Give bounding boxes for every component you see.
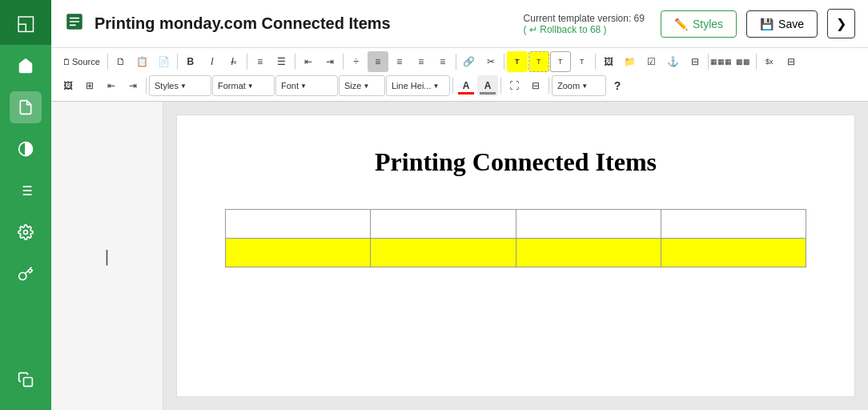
tb-image-row2[interactable]: 🖼: [58, 75, 78, 96]
tb-barcode[interactable]: ▦▦▦: [711, 51, 732, 72]
tb-anchor[interactable]: ⚓: [663, 51, 684, 72]
sidebar-logo: ◱: [0, 0, 51, 45]
editor-content[interactable]: Printing Connected Items: [176, 115, 855, 397]
table-cell: [516, 210, 661, 239]
sidebar-item-home[interactable]: [10, 50, 42, 82]
version-info: Current template version: 69 ( ↵ Rollbac…: [524, 13, 645, 35]
zoom-caret: ▼: [581, 82, 588, 90]
styles-caret: ▼: [180, 82, 187, 90]
rollback-link[interactable]: ( ↵ Rollback to 68 ): [524, 24, 607, 35]
sidebar-item-contrast[interactable]: [10, 133, 42, 165]
tb-italic-x[interactable]: Ix: [223, 51, 244, 72]
sidebar-item-copy[interactable]: [10, 364, 42, 396]
tb-align-right-row2[interactable]: ⇥: [123, 75, 143, 96]
toolbar: 🗒 Source 🗋 📋 📄 B I Ix ≡ ☰ ⇤ ⇥ ÷ ≡ ≡ ≡ ≡ …: [51, 48, 868, 102]
toolbar-separator-2: [177, 54, 178, 70]
table-row: [226, 239, 806, 267]
tb-bold[interactable]: B: [180, 51, 201, 72]
size-caret: ▼: [363, 82, 369, 90]
logo-icon: ◱: [16, 10, 36, 35]
tb-field[interactable]: $x: [759, 51, 780, 72]
tb-block[interactable]: ⊟: [685, 51, 705, 72]
tb-more[interactable]: ⊟: [781, 51, 802, 72]
document-table: [225, 209, 806, 267]
tb-align-center[interactable]: ≡: [389, 51, 410, 72]
toolbar-separator-r2-3: [500, 78, 501, 94]
table-row: [226, 210, 806, 239]
toolbar-separator-4: [295, 54, 295, 70]
tb-text-yellow[interactable]: T: [507, 51, 528, 72]
tb-help[interactable]: ?: [607, 75, 628, 96]
more-button[interactable]: ❯: [827, 9, 855, 38]
table-cell: [371, 210, 516, 239]
lineheight-dropdown[interactable]: Line Hei... ▼: [386, 75, 450, 96]
tb-unordered-list[interactable]: ☰: [271, 51, 292, 72]
tb-copy[interactable]: 📋: [132, 51, 153, 72]
tb-justify[interactable]: ≡: [432, 51, 453, 72]
tb-ordered-list[interactable]: ≡: [250, 51, 271, 72]
tb-outdent[interactable]: ⇤: [298, 51, 319, 72]
sidebar-bottom: [10, 359, 42, 400]
tb-flash[interactable]: 📁: [620, 51, 641, 72]
toolbar-separator-3: [247, 54, 247, 70]
tb-paste[interactable]: 📄: [154, 51, 175, 72]
tb-table[interactable]: ⊞: [79, 75, 100, 96]
tb-div[interactable]: ÷: [346, 51, 367, 72]
editor-area: | Printing Connected Items: [51, 102, 868, 410]
tb-image[interactable]: 🖼: [598, 51, 619, 72]
tb-checkbox[interactable]: ☑: [641, 51, 662, 72]
toolbar-row-1: 🗒 Source 🗋 📋 📄 B I Ix ≡ ☰ ⇤ ⇥ ÷ ≡ ≡ ≡ ≡ …: [58, 51, 802, 72]
toolbar-separator-9: [708, 54, 709, 70]
editor-left-panel[interactable]: |: [51, 102, 163, 410]
svg-point-7: [24, 231, 28, 235]
toolbar-separator-5: [343, 54, 344, 70]
toolbar-separator-10: [756, 54, 757, 70]
tb-align-left-row2[interactable]: ⇤: [101, 75, 122, 96]
table-cell-yellow: [661, 239, 806, 267]
sidebar-item-list[interactable]: [10, 175, 42, 207]
styles-button[interactable]: ✏️ Styles: [661, 10, 737, 38]
tb-fullscreen[interactable]: ⛶: [504, 75, 524, 96]
sidebar-item-document[interactable]: [10, 91, 42, 123]
toolbar-row-2: 🖼 ⊞ ⇤ ⇥ Styles ▼ Format ▼ Font ▼ Size ▼: [58, 74, 628, 98]
format-caret: ▼: [247, 82, 254, 90]
bg-color-bar: [480, 92, 496, 94]
save-button[interactable]: 💾 Save: [746, 10, 818, 38]
styles-dropdown[interactable]: Styles ▼: [149, 75, 211, 96]
document-title: Printing Connected Items: [225, 147, 806, 177]
tb-bg-color[interactable]: A: [477, 75, 498, 96]
tb-font-color[interactable]: A: [456, 75, 476, 96]
tb-link[interactable]: 🔗: [459, 51, 480, 72]
table-cell: [226, 210, 371, 239]
tb-indent[interactable]: ⇥: [319, 51, 340, 72]
header: Printing monday.com Connected Items Curr…: [51, 0, 868, 48]
tb-text-marker3[interactable]: T: [572, 51, 593, 72]
tb-text-marker[interactable]: T: [528, 51, 549, 72]
zoom-dropdown[interactable]: Zoom ▼: [552, 75, 606, 96]
toolbar-separator-r2-1: [146, 78, 147, 94]
sidebar-item-key[interactable]: [10, 258, 42, 290]
format-dropdown[interactable]: Format ▼: [212, 75, 275, 96]
version-label: Current template version: 69: [524, 13, 645, 24]
tb-text-marker2[interactable]: T: [550, 51, 571, 72]
font-dropdown[interactable]: Font ▼: [275, 75, 338, 96]
page-title: Printing monday.com Connected Items: [94, 14, 514, 33]
tb-unlink[interactable]: ✂: [480, 51, 501, 72]
header-doc-icon: [64, 11, 85, 36]
table-cell: [661, 210, 806, 239]
chevron-right-icon: ❯: [836, 17, 846, 30]
tb-italic[interactable]: I: [202, 51, 223, 72]
tb-qr[interactable]: ▩▩: [733, 51, 753, 72]
tb-blocks[interactable]: ⊟: [525, 75, 546, 96]
font-color-bar: [458, 92, 474, 94]
sidebar-item-settings[interactable]: [10, 216, 42, 248]
font-caret: ▼: [300, 82, 307, 90]
tb-new-doc[interactable]: 🗋: [111, 51, 131, 72]
cursor-indicator: |: [102, 247, 111, 266]
size-dropdown[interactable]: Size ▼: [339, 75, 385, 96]
sidebar: ◱: [0, 0, 51, 410]
table-cell-yellow: [516, 239, 661, 267]
tb-align-right[interactable]: ≡: [411, 51, 432, 72]
source-button[interactable]: 🗒 Source: [58, 51, 105, 72]
tb-align-left[interactable]: ≡: [368, 51, 388, 72]
